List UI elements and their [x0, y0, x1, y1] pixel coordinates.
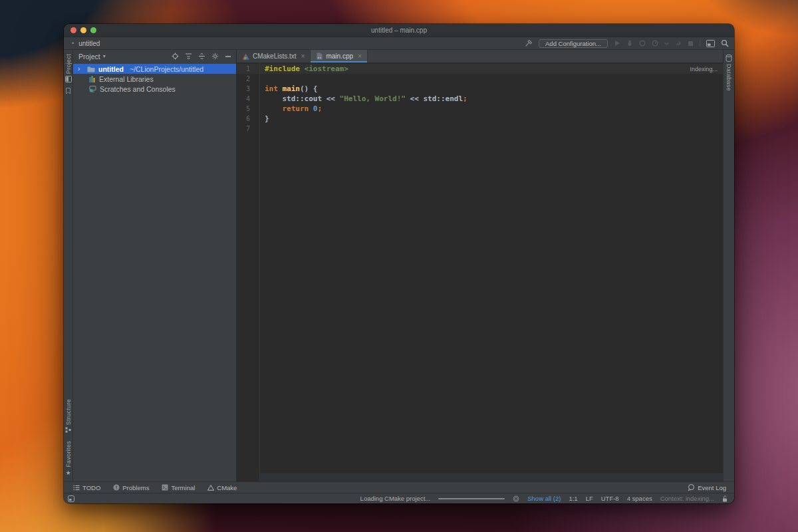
- debug-icon[interactable]: [626, 40, 633, 47]
- tool-button-todo[interactable]: TODO: [73, 484, 100, 491]
- tree-row-external-libraries[interactable]: External Libraries: [73, 74, 236, 84]
- add-configuration-button[interactable]: Add Configuration...: [539, 39, 608, 48]
- project-panel-header[interactable]: Project ▾: [73, 50, 236, 63]
- event-log-button[interactable]: Event Log: [688, 484, 726, 491]
- indent-style[interactable]: 4 spaces: [627, 495, 652, 502]
- code-lines: 1#include <iostream>23int main() {4 std:…: [237, 63, 723, 134]
- tab-cmakelists[interactable]: CMakeLists.txt ×: [237, 50, 311, 63]
- line-number: 6: [237, 114, 259, 124]
- line-number: 4: [237, 94, 259, 104]
- database-stripe-label[interactable]: Database: [726, 64, 732, 91]
- status-loading-text: Loading CMake project...: [360, 495, 431, 502]
- minimize-button[interactable]: [80, 27, 86, 33]
- project-stripe-label: Project: [65, 54, 72, 74]
- code-line[interactable]: 4 std::cout << "Hello, World!" << std::e…: [237, 94, 723, 104]
- tree-row-project-root[interactable]: › untitled ~/CLionProjects/untitled: [73, 64, 236, 74]
- line-separator[interactable]: LF: [586, 495, 593, 502]
- hide-panel-icon[interactable]: [225, 53, 231, 60]
- locate-file-icon[interactable]: [172, 53, 179, 60]
- database-tool-icon[interactable]: [726, 55, 732, 62]
- problems-icon: [113, 484, 120, 491]
- attach-process-icon[interactable]: [675, 40, 682, 47]
- scratches-icon: [89, 86, 96, 92]
- search-icon[interactable]: [721, 39, 729, 47]
- code-line[interactable]: 1#include <iostream>: [237, 64, 723, 74]
- settings-gear-icon[interactable]: [211, 53, 219, 60]
- gutter-separator: [259, 63, 260, 481]
- tree-item-name: Scratches and Consoles: [100, 85, 176, 93]
- chevron-down-icon[interactable]: [664, 42, 669, 45]
- coverage-icon[interactable]: [639, 40, 646, 47]
- profiler-icon[interactable]: [652, 40, 658, 47]
- bookmark-icon[interactable]: [65, 88, 71, 94]
- code-line[interactable]: 2: [237, 74, 723, 84]
- expand-all-icon[interactable]: [185, 53, 192, 60]
- lock-icon[interactable]: [722, 495, 728, 502]
- stop-icon[interactable]: [688, 41, 694, 47]
- tool-windows-icon[interactable]: [706, 40, 715, 47]
- code-text: int main() {: [259, 84, 318, 94]
- line-number: 5: [237, 104, 259, 114]
- code-line[interactable]: 6}: [237, 114, 723, 124]
- breadcrumb[interactable]: untitled: [78, 40, 100, 47]
- run-icon[interactable]: [614, 40, 620, 47]
- line-number: 7: [237, 124, 259, 134]
- show-all-link[interactable]: Show all (2): [527, 495, 561, 502]
- file-encoding[interactable]: UTF-8: [601, 495, 619, 502]
- tree-row-scratches[interactable]: Scratches and Consoles: [73, 84, 236, 94]
- editor-area: CMakeLists.txt × main.cpp × 1#include <i…: [237, 50, 723, 481]
- close-tab-icon[interactable]: ×: [301, 53, 305, 60]
- context-status: Context: indexing...: [660, 495, 714, 502]
- terminal-label: Terminal: [171, 484, 195, 491]
- line-number: 2: [237, 74, 259, 84]
- tool-button-problems[interactable]: Problems: [113, 484, 149, 491]
- collapse-all-icon[interactable]: [198, 53, 205, 60]
- problems-label: Problems: [122, 484, 149, 491]
- terminal-icon: [162, 484, 168, 491]
- chevron-right-icon[interactable]: ›: [78, 65, 84, 72]
- tool-button-structure[interactable]: Structure: [65, 399, 72, 433]
- tool-button-cmake[interactable]: CMake: [207, 484, 237, 491]
- breadcrumb-dot: •: [72, 40, 74, 47]
- close-tab-icon[interactable]: ×: [358, 53, 362, 60]
- folder-icon: [87, 66, 95, 72]
- main-toolbar: • untitled Add Configuration...: [64, 37, 734, 50]
- code-line[interactable]: 5 return 0;: [237, 104, 723, 114]
- code-text: #include <iostream>: [259, 64, 348, 74]
- zoom-button[interactable]: [90, 27, 96, 33]
- code-editor[interactable]: 1#include <iostream>23int main() {4 std:…: [237, 63, 723, 481]
- tool-button-project[interactable]: Project: [65, 54, 72, 82]
- horizontal-scrollbar[interactable]: [260, 473, 723, 481]
- window-title: untitled – main.cpp: [371, 27, 427, 34]
- code-text: }: [259, 114, 269, 124]
- cmake-file-icon: [242, 53, 249, 60]
- line-number: 3: [237, 84, 259, 94]
- cancel-icon[interactable]: [513, 495, 519, 502]
- build-hammer-icon[interactable]: [525, 39, 533, 47]
- code-line[interactable]: 3int main() {: [237, 84, 723, 94]
- code-text: return 0;: [259, 104, 322, 114]
- tool-button-terminal[interactable]: Terminal: [162, 484, 195, 491]
- code-text: [259, 124, 265, 134]
- project-views-caret-icon[interactable]: ▾: [103, 53, 106, 59]
- project-panel-title: Project: [78, 53, 100, 61]
- caret-position[interactable]: 1:1: [569, 495, 577, 502]
- left-tool-stripe: Project Structure Favorites ★: [64, 50, 73, 481]
- ide-window: untitled – main.cpp • untitled Add Confi…: [64, 24, 734, 503]
- tree-item-path: ~/CLionProjects/untitled: [130, 65, 203, 73]
- tool-window-switcher-icon[interactable]: [68, 495, 74, 502]
- line-number: 1: [237, 64, 259, 74]
- code-line[interactable]: 7: [237, 124, 723, 134]
- todo-icon: [73, 485, 80, 491]
- toolbar-separator: [700, 40, 700, 47]
- tree-item-name: External Libraries: [99, 75, 154, 83]
- todo-label: TODO: [82, 484, 100, 491]
- tool-button-favorites[interactable]: Favorites ★: [65, 441, 72, 476]
- progress-bar: [438, 498, 505, 499]
- tab-main-cpp[interactable]: main.cpp ×: [311, 50, 367, 63]
- close-button[interactable]: [70, 27, 76, 33]
- cpp-file-icon: [316, 53, 323, 60]
- favorites-star-icon: ★: [65, 469, 70, 476]
- event-log-label: Event Log: [698, 484, 726, 491]
- title-bar[interactable]: untitled – main.cpp: [64, 24, 734, 37]
